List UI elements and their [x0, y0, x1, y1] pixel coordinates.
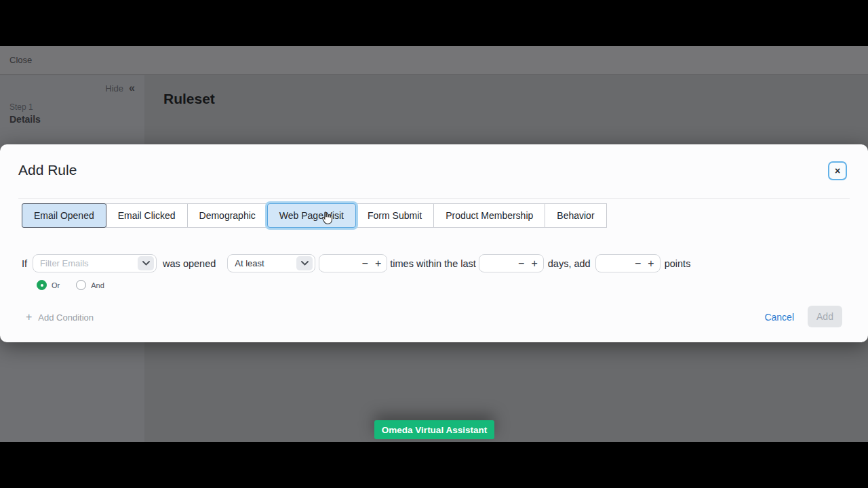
plus-button[interactable]: + [375, 258, 381, 269]
and-radio[interactable] [76, 280, 86, 290]
count-stepper[interactable]: − + [319, 254, 387, 272]
filter-emails-placeholder: Filter Emails [40, 258, 89, 268]
points-input[interactable] [601, 258, 628, 268]
filter-emails-dropdown[interactable]: Filter Emails [33, 254, 157, 272]
tab-form-submit[interactable]: Form Submit [355, 203, 434, 228]
omeda-virtual-assistant-button[interactable]: Omeda Virtual Assistant [374, 420, 494, 439]
tab-email-opened[interactable]: Email Opened [22, 203, 106, 228]
screen: Close Hide« Step 1 Details Step 2 Rulese… [0, 0, 868, 488]
minus-button[interactable]: − [635, 258, 641, 269]
divider [18, 198, 850, 199]
and-label: And [91, 281, 104, 289]
times-label: times within the last [390, 258, 476, 269]
add-condition-button[interactable]: + Add Condition [26, 311, 94, 323]
count-input[interactable] [325, 258, 355, 268]
sidebar-item-step1[interactable]: Step 1 Details [9, 102, 41, 125]
or-label: Or [52, 281, 60, 289]
dialog-close-button[interactable]: × [828, 161, 847, 180]
days-add-label: days, add [548, 258, 591, 269]
comparator-dropdown[interactable]: At least [227, 254, 315, 272]
days-stepper[interactable]: − + [479, 254, 544, 272]
tab-email-clicked[interactable]: Email Clicked [106, 203, 188, 228]
sidebar-hide-toggle[interactable]: Hide« [105, 82, 135, 94]
plus-button[interactable]: + [648, 258, 654, 269]
tab-web-page-visit[interactable]: Web Page Visit [267, 203, 356, 228]
tab-demographic[interactable]: Demographic [187, 203, 268, 228]
dialog-title: Add Rule [18, 162, 77, 178]
add-rule-dialog: Add Rule × Email Opened Email Clicked De… [0, 144, 868, 342]
top-toolbar: Close [0, 46, 868, 75]
close-icon: × [835, 165, 840, 176]
chevron-down-icon [138, 256, 154, 270]
chevron-double-left-icon: « [129, 82, 135, 94]
close-button[interactable]: Close [9, 55, 32, 65]
minus-button[interactable]: − [518, 258, 524, 269]
cancel-button[interactable]: Cancel [764, 312, 794, 323]
add-condition-label: Add Condition [38, 312, 94, 323]
days-input[interactable] [485, 258, 511, 268]
plus-button[interactable]: + [531, 258, 537, 269]
comparator-value: At least [235, 258, 264, 268]
plus-icon: + [26, 311, 32, 323]
action-label: was opened [163, 258, 216, 269]
points-label: points [665, 258, 691, 269]
or-radio[interactable] [37, 280, 47, 290]
step1-name: Details [9, 114, 41, 125]
chevron-down-icon [296, 256, 313, 270]
rule-type-tabs: Email Opened Email Clicked Demographic W… [22, 203, 607, 228]
logic-operator-row: Or And [37, 280, 104, 290]
add-button[interactable]: Add [808, 306, 842, 327]
tab-product-membership[interactable]: Product Membership [433, 203, 545, 228]
points-stepper[interactable]: − + [595, 254, 660, 272]
if-label: If [22, 258, 27, 269]
page-title: Ruleset [163, 91, 215, 107]
step1-label: Step 1 [9, 102, 41, 112]
rule-condition-row: If Filter Emails was opened At least − +… [22, 254, 690, 272]
hide-label: Hide [105, 83, 123, 94]
tab-behavior[interactable]: Behavior [545, 203, 606, 228]
minus-button[interactable]: − [362, 258, 368, 269]
